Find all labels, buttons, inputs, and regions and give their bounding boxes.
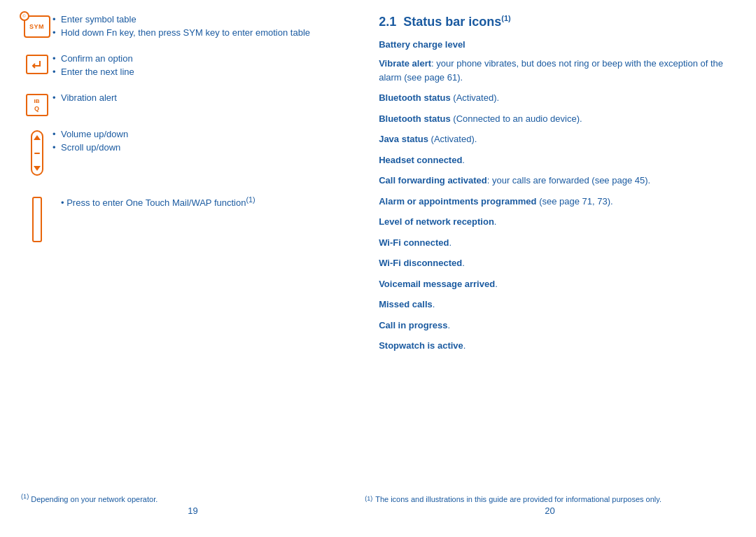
sym-circle: © — [20, 11, 29, 21]
status-bold-5: Call forwarding activated — [379, 175, 487, 186]
status-bold-1: Bluetooth status — [379, 92, 451, 103]
sym-bullet-1: Enter symbol table — [52, 14, 310, 25]
enter-key-row: Confirm an option Enter the next line — [21, 53, 351, 80]
status-normal-11: . — [433, 299, 435, 309]
status-item-11: Missed calls. — [379, 298, 735, 312]
status-normal-1: (Activated). — [451, 92, 499, 103]
status-normal-10: . — [495, 279, 498, 289]
arrow-down-icon — [34, 166, 41, 171]
sym-key-icon-box: © SYM — [21, 14, 52, 38]
enter-bullets: Confirm an option Enter the next line — [52, 53, 134, 80]
section-title-text: Status bar icons — [403, 15, 501, 29]
volume-middle-bar — [34, 153, 40, 154]
status-item-10: Voicemail message arrived. — [379, 277, 735, 291]
status-item-8: Wi-Fi connected. — [379, 236, 735, 250]
sym-label: SYM — [29, 23, 44, 30]
status-normal-6: (see page 71, 73). — [537, 196, 613, 207]
sym-key-icon: © SYM — [24, 15, 50, 38]
enter-arrow-svg — [30, 59, 44, 70]
right-footnote: (1) The icons and illustrations in this … — [365, 495, 735, 503]
status-item-6: Alarm or appointments programmed (see pa… — [379, 195, 735, 209]
status-item-12: Call in progress. — [379, 319, 735, 333]
enter-key-icon — [26, 55, 48, 74]
status-normal-9: . — [462, 258, 465, 268]
enter-bullet-1: Confirm an option — [52, 53, 134, 64]
sym-circle-label: © — [22, 14, 25, 18]
onetouchmail-key-row: • Press to enter One Touch Mail/WAP func… — [21, 195, 351, 242]
right-footnote-text: The icons and illustrations in this guid… — [375, 495, 662, 503]
enter-key-icon-box — [21, 53, 52, 74]
right-column: 2.1 Status bar icons(1) Battery charge l… — [365, 14, 735, 523]
volume-key-row: Volume up/down Scroll up/down — [21, 129, 351, 176]
enter-bullet-2: Enter the next line — [52, 67, 134, 77]
status-normal-4: . — [462, 155, 465, 165]
section-title: Status bar icons(1) — [403, 14, 511, 29]
status-item-7: Level of network reception. — [379, 215, 735, 229]
status-bold-11: Missed calls — [379, 299, 433, 309]
vibration-bullet-1: Vibration alert — [52, 92, 117, 103]
status-bold-9: Wi-Fi disconnected — [379, 258, 462, 268]
status-normal-2: (Connected to an audio device). — [451, 113, 582, 124]
right-footnote-superscript: (1) — [365, 495, 372, 502]
section-header: 2.1 Status bar icons(1) — [379, 14, 735, 29]
status-item-4: Headset connected. — [379, 153, 735, 167]
volume-bullet-1: Volume up/down — [52, 129, 128, 139]
status-item-5: Call forwarding activated: your calls ar… — [379, 174, 735, 188]
status-normal-13: . — [463, 340, 466, 351]
volume-bullet-2: Scroll up/down — [52, 142, 128, 153]
sym-bullets: Enter symbol table Hold down Fn key, the… — [52, 14, 310, 41]
onetouchmail-superscript: (1) — [246, 195, 255, 204]
status-bold-0: Vibrate alert — [379, 58, 431, 69]
section-number: 2.1 — [379, 15, 396, 29]
sym-bullet-2: Hold down Fn key, then press SYM key to … — [52, 27, 310, 38]
status-normal-7: . — [494, 216, 497, 227]
status-item-2: Bluetooth status (Connected to an audio … — [379, 112, 735, 126]
onetouchmail-key-icon — [32, 197, 42, 242]
status-items-list: Vibrate alert: your phone vibrates, but … — [379, 57, 735, 353]
status-bold-7: Level of network reception — [379, 216, 494, 227]
vibration-key-icon: IB Q — [26, 94, 48, 116]
left-footnote-superscript: (1) — [21, 493, 29, 500]
vibration-bullets: Vibration alert — [52, 92, 117, 106]
status-normal-5: : your calls are forwarded (see page 45)… — [487, 175, 650, 186]
status-bold-6: Alarm or appointments programmed — [379, 196, 536, 207]
status-bold-10: Voicemail message arrived — [379, 279, 495, 289]
status-bold-13: Stopwatch is active — [379, 340, 463, 351]
status-item-3: Java status (Activated). — [379, 132, 735, 146]
right-page-number: 20 — [365, 505, 735, 516]
status-bold-3: Java status — [379, 134, 428, 144]
status-item-13: Stopwatch is active. — [379, 339, 735, 353]
volume-key-icon-box — [21, 129, 52, 176]
status-item-0: Vibrate alert: your phone vibrates, but … — [379, 57, 735, 84]
onetouchmail-text: Press to enter One Touch Mail/WAP functi… — [66, 197, 246, 208]
left-footnote: (1) Depending on your network operator. — [21, 493, 158, 503]
volume-key-icon — [31, 130, 43, 176]
status-item-9: Wi-Fi disconnected. — [379, 256, 735, 270]
status-bold-4: Headset connected — [379, 155, 462, 165]
arrow-up-icon — [34, 135, 41, 140]
onetouchmail-bullet: • Press to enter One Touch Mail/WAP func… — [52, 195, 255, 208]
status-bold-8: Wi-Fi connected — [379, 237, 449, 248]
vibration-key-row: IB Q Vibration alert — [21, 92, 351, 116]
vibration-key-icon-box: IB Q — [21, 92, 52, 116]
left-footnote-text: Depending on your network operator. — [31, 495, 158, 503]
status-normal-8: . — [449, 237, 451, 248]
section-superscript: (1) — [501, 14, 510, 22]
status-normal-3: (Activated). — [428, 134, 477, 144]
left-column: © SYM Enter symbol table Hold down Fn ke… — [21, 14, 365, 523]
sym-key-row: © SYM Enter symbol table Hold down Fn ke… — [21, 14, 351, 41]
battery-label: Battery charge level — [379, 39, 735, 50]
left-page-number: 19 — [21, 505, 365, 516]
status-bold-2: Bluetooth status — [379, 113, 451, 124]
status-normal-12: . — [447, 320, 450, 330]
onetouchmail-key-icon-box — [21, 195, 52, 242]
status-item-1: Bluetooth status (Activated). — [379, 91, 735, 105]
status-bold-12: Call in progress — [379, 320, 447, 330]
volume-bullets: Volume up/down Scroll up/down — [52, 129, 128, 155]
